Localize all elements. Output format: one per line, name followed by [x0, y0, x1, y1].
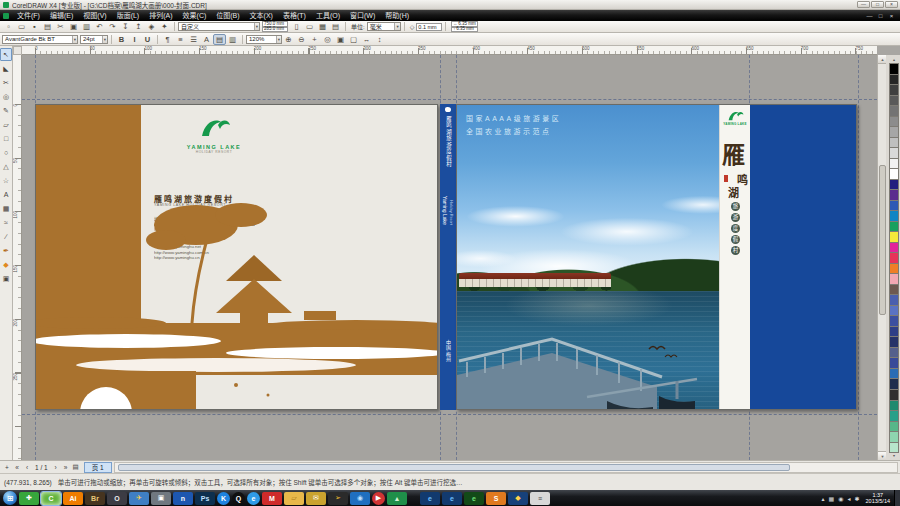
- zoom-width-icon[interactable]: ↔: [360, 34, 373, 45]
- scrollbar-thumb[interactable]: [118, 464, 791, 471]
- coreldraw-icon[interactable]: C: [41, 492, 61, 505]
- import-icon[interactable]: ↧: [119, 21, 132, 32]
- blend-tool[interactable]: ≈: [0, 216, 12, 229]
- swallow-icon[interactable]: ➢: [328, 492, 348, 505]
- minimize-button[interactable]: —: [857, 1, 870, 8]
- menu-item[interactable]: 帮助(H): [380, 10, 414, 21]
- undo-icon[interactable]: ↶: [93, 21, 106, 32]
- page-tab[interactable]: 页 1: [84, 462, 112, 473]
- fill-tool[interactable]: ◆: [0, 258, 12, 271]
- rectangle-tool[interactable]: □: [0, 132, 12, 145]
- menu-item[interactable]: 表格(T): [278, 10, 311, 21]
- text-tool[interactable]: A: [0, 188, 12, 201]
- bullets-icon[interactable]: ☰: [187, 34, 200, 45]
- doc-icon[interactable]: ≡: [530, 492, 550, 505]
- align-icon[interactable]: ≡: [174, 34, 187, 45]
- freehand-tool[interactable]: ✎: [0, 104, 12, 117]
- pick-tool[interactable]: ↖: [0, 48, 12, 61]
- bold-button[interactable]: B: [115, 34, 128, 45]
- preset-combo[interactable]: 自定义▾: [178, 22, 260, 31]
- antivirus-icon[interactable]: ✚: [19, 492, 39, 505]
- show-desktop-button[interactable]: [894, 490, 900, 506]
- italic-button[interactable]: I: [128, 34, 141, 45]
- font-size-combo[interactable]: 24pt▾: [80, 35, 108, 44]
- v-text-button[interactable]: ▥: [226, 34, 239, 45]
- portrait-icon[interactable]: ▯: [290, 21, 303, 32]
- photoshop-icon[interactable]: Ps: [195, 492, 215, 505]
- welcome-screen-icon[interactable]: ✦: [158, 21, 171, 32]
- zoom-out-icon[interactable]: ⊖: [295, 34, 308, 45]
- doc-minimize-button[interactable]: —: [864, 13, 875, 19]
- sogou-browser-icon[interactable]: e: [247, 492, 260, 505]
- tray-up-icon[interactable]: ▴: [822, 495, 825, 502]
- ie-icon[interactable]: e: [420, 492, 440, 505]
- tray-input-icon[interactable]: ✱: [855, 495, 860, 502]
- zoom-combo[interactable]: 120%▾: [246, 35, 282, 44]
- font-combo[interactable]: AvantGarde Bk BT▾: [2, 35, 78, 44]
- vertical-ruler[interactable]: 050100150200250: [13, 55, 22, 460]
- tray-network-icon[interactable]: ◉: [838, 495, 843, 502]
- close-button[interactable]: ×: [885, 1, 898, 8]
- office-icon[interactable]: O: [107, 492, 127, 505]
- gallery-icon[interactable]: ▣: [151, 492, 171, 505]
- outline-pen-tool[interactable]: ✒: [0, 244, 12, 257]
- h-text-button[interactable]: ▤: [213, 34, 226, 45]
- polygon-tool[interactable]: △: [0, 160, 12, 173]
- doc-close-button[interactable]: ×: [886, 13, 897, 19]
- tray-display-icon[interactable]: ▦: [829, 495, 835, 502]
- menu-item[interactable]: 编辑(E): [45, 10, 78, 21]
- menu-item[interactable]: 工具(O): [311, 10, 345, 21]
- ie2-icon[interactable]: e: [442, 492, 462, 505]
- qq-icon[interactable]: Q: [232, 492, 245, 505]
- basic-shapes-tool[interactable]: ☆: [0, 174, 12, 187]
- new-doc-icon[interactable]: ▫: [2, 21, 15, 32]
- zoom-page-icon[interactable]: ▢: [347, 34, 360, 45]
- ellipse-tool[interactable]: ○: [0, 146, 12, 159]
- redo-icon[interactable]: ↷: [106, 21, 119, 32]
- drop-cap-icon[interactable]: A: [200, 34, 213, 45]
- notes-icon[interactable]: n: [173, 492, 193, 505]
- drawing-canvas[interactable]: YAMING LAKE HOLIDAY RESORT 雁鸣湖旅游度假村 YAMI…: [22, 55, 877, 460]
- maximize-button[interactable]: □: [871, 1, 884, 8]
- menu-item[interactable]: 排列(A): [144, 10, 177, 21]
- underline-button[interactable]: U: [141, 34, 154, 45]
- pan-icon[interactable]: +: [308, 34, 321, 45]
- horizontal-scrollbar[interactable]: [114, 462, 898, 473]
- guideline[interactable]: [858, 55, 859, 460]
- menu-item[interactable]: 文件(F): [12, 10, 45, 21]
- save-icon[interactable]: ▪: [28, 21, 41, 32]
- horizontal-ruler[interactable]: 0501001502002503003504004505005506006507…: [22, 46, 877, 55]
- menu-item[interactable]: 位图(B): [211, 10, 244, 21]
- menu-item[interactable]: 文本(X): [245, 10, 278, 21]
- green-app-icon[interactable]: ▲: [387, 492, 407, 505]
- start-button[interactable]: ⊞: [3, 491, 17, 505]
- menu-item[interactable]: 窗口(W): [345, 10, 380, 21]
- cut-icon[interactable]: ✂: [54, 21, 67, 32]
- table-tool[interactable]: ▦: [0, 202, 12, 215]
- duplicate-y-field[interactable]: ↕6.35 mm: [451, 27, 478, 33]
- zoom-tool[interactable]: ◎: [0, 90, 12, 103]
- tray-volume-icon[interactable]: ◂: [847, 495, 850, 502]
- current-page-icon[interactable]: ▤: [329, 21, 342, 32]
- copy-icon[interactable]: ▣: [67, 21, 80, 32]
- folder-icon[interactable]: ▱: [284, 492, 304, 505]
- zoom-all-icon[interactable]: ▣: [334, 34, 347, 45]
- character-format-icon[interactable]: ¶: [161, 34, 174, 45]
- player-icon[interactable]: ▶: [372, 492, 385, 505]
- front-cover-page[interactable]: 国家AAAA级旅游景区 全国农业旅游示范点 YAMING LAKE 雁 鸣 湖 …: [456, 104, 857, 410]
- paper-height-field[interactable]: 285.0 mm: [262, 27, 288, 33]
- open-icon[interactable]: ▭: [15, 21, 28, 32]
- vertical-scrollbar[interactable]: ▲ ▼: [877, 55, 886, 460]
- menu-item[interactable]: 视图(V): [78, 10, 111, 21]
- crop-tool[interactable]: ✂: [0, 76, 12, 89]
- scrollbar-thumb[interactable]: [879, 165, 886, 315]
- first-page-icon[interactable]: «: [12, 462, 22, 472]
- eyedropper-tool[interactable]: ∕: [0, 230, 12, 243]
- app-launcher-icon[interactable]: ◈: [145, 21, 158, 32]
- print-icon[interactable]: ▤: [41, 21, 54, 32]
- palette-down-icon[interactable]: ▾: [889, 452, 899, 459]
- prev-page-icon[interactable]: ‹: [22, 462, 32, 472]
- next-page-icon[interactable]: ›: [51, 462, 61, 472]
- m-app-icon[interactable]: M: [262, 492, 282, 505]
- paste-icon[interactable]: ▥: [80, 21, 93, 32]
